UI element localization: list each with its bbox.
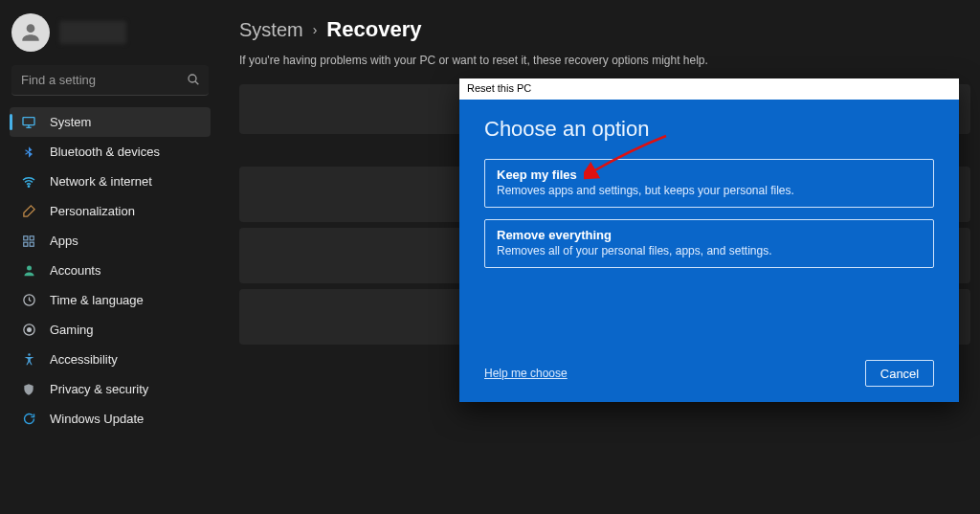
sidebar-item-label: Privacy & security: [50, 382, 148, 396]
person-icon: [18, 20, 43, 45]
chevron-right-icon: ›: [313, 22, 318, 37]
sidebar-item-label: Time & language: [50, 293, 144, 307]
sidebar-item-label: System: [50, 115, 91, 129]
settings-sidebar: System Bluetooth & devices Network & int…: [0, 0, 220, 514]
account-icon: [21, 263, 36, 279]
brush-icon: [21, 204, 36, 219]
option-title: Keep my files: [497, 168, 922, 182]
main-content: System › Recovery If you're having probl…: [220, 0, 980, 514]
sidebar-item-privacy[interactable]: Privacy & security: [10, 374, 211, 404]
sidebar-item-update[interactable]: Windows Update: [10, 404, 211, 434]
user-account-row[interactable]: [10, 8, 211, 61]
search-wrap: [11, 65, 209, 96]
option-desc: Removes apps and settings, but keeps you…: [497, 184, 922, 197]
help-link[interactable]: Help me choose: [484, 367, 568, 380]
reset-dialog: Reset this PC Choose an option Keep my f…: [459, 78, 959, 402]
dialog-heading: Choose an option: [484, 117, 934, 142]
sidebar-item-personalization[interactable]: Personalization: [10, 196, 211, 226]
shield-icon: [21, 382, 36, 397]
sidebar-item-apps[interactable]: Apps: [10, 226, 211, 256]
option-remove-everything[interactable]: Remove everything Removes all of your pe…: [484, 219, 934, 268]
svg-rect-9: [30, 242, 33, 246]
accessibility-icon: [21, 352, 36, 368]
sidebar-item-label: Bluetooth & devices: [50, 145, 160, 159]
dialog-titlebar: Reset this PC: [459, 78, 959, 100]
sidebar-item-accounts[interactable]: Accounts: [10, 256, 211, 285]
svg-point-13: [27, 328, 31, 332]
svg-point-10: [27, 266, 32, 271]
svg-rect-6: [24, 235, 28, 239]
sidebar-item-system[interactable]: System: [10, 107, 211, 137]
option-keep-files[interactable]: Keep my files Removes apps and settings,…: [484, 159, 934, 208]
apps-icon: [21, 234, 36, 249]
breadcrumb-parent[interactable]: System: [239, 19, 303, 41]
svg-line-1: [195, 81, 198, 84]
sidebar-item-bluetooth[interactable]: Bluetooth & devices: [10, 137, 211, 167]
cancel-button[interactable]: Cancel: [865, 360, 934, 387]
svg-point-5: [28, 186, 29, 187]
user-name-redacted: [59, 21, 126, 44]
clock-icon: [21, 293, 36, 308]
sidebar-item-label: Personalization: [50, 204, 135, 218]
sidebar-item-label: Windows Update: [50, 412, 144, 426]
sidebar-item-label: Accessibility: [50, 352, 118, 367]
sidebar-item-network[interactable]: Network & internet: [10, 167, 211, 196]
search-input[interactable]: [11, 65, 209, 96]
gaming-icon: [21, 323, 36, 338]
wifi-icon: [21, 174, 36, 190]
page-subtitle: If you're having problems with your PC o…: [239, 54, 970, 67]
breadcrumb: System › Recovery: [239, 10, 970, 46]
svg-point-14: [28, 353, 31, 356]
sidebar-item-gaming[interactable]: Gaming: [10, 315, 211, 345]
sidebar-item-label: Gaming: [50, 323, 94, 337]
sidebar-item-accessibility[interactable]: Accessibility: [10, 345, 211, 374]
svg-rect-8: [24, 242, 28, 246]
sidebar-item-label: Accounts: [50, 263, 100, 278]
page-title: Recovery: [326, 17, 421, 42]
settings-nav: System Bluetooth & devices Network & int…: [10, 107, 211, 434]
bluetooth-icon: [21, 145, 36, 160]
update-icon: [21, 412, 36, 427]
option-desc: Removes all of your personal files, apps…: [497, 244, 922, 257]
sidebar-item-label: Network & internet: [50, 174, 152, 189]
avatar: [11, 13, 50, 52]
system-icon: [21, 115, 36, 130]
svg-rect-7: [30, 235, 33, 239]
search-icon: [186, 72, 201, 87]
svg-rect-2: [23, 117, 34, 124]
svg-point-0: [189, 75, 196, 82]
sidebar-item-label: Apps: [50, 234, 78, 248]
sidebar-item-time[interactable]: Time & language: [10, 285, 211, 315]
option-title: Remove everything: [497, 228, 922, 242]
